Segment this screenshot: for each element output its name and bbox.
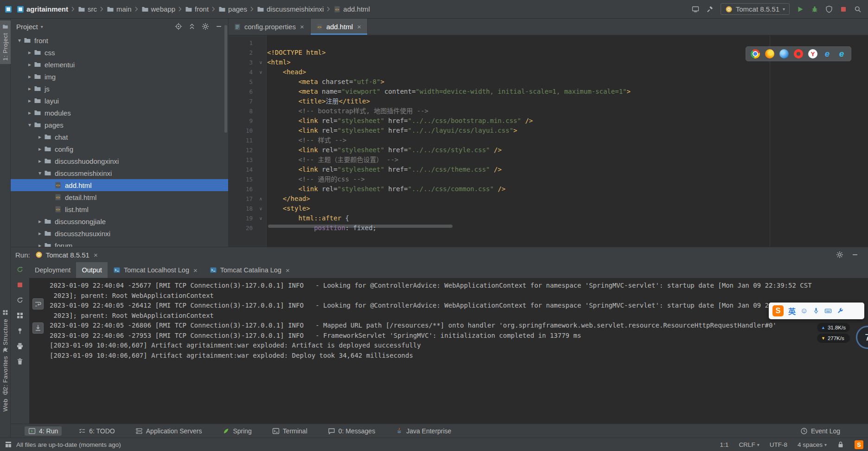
chevron-right-icon[interactable]: ▸ — [26, 73, 34, 80]
collapse-all-icon[interactable] — [188, 23, 196, 30]
tree-item-forum[interactable]: ▸forum — [11, 239, 228, 247]
close-icon[interactable]: × — [93, 251, 99, 258]
breadcrumb-item[interactable]: discussmeishixinxi — [257, 5, 324, 13]
chevron-right-icon[interactable]: ▸ — [36, 218, 44, 225]
lock-icon[interactable] — [837, 441, 844, 448]
toolwindow-button-6: TODO[interactable]: 6: TODO — [75, 426, 119, 436]
preview-button[interactable] — [692, 6, 699, 13]
project-scrollbar[interactable] — [224, 25, 227, 133]
fold-marker-icon[interactable]: ∧ — [255, 196, 267, 201]
edge-browser-icon[interactable]: e — [837, 49, 846, 58]
chevron-right-icon[interactable]: ▸ — [36, 242, 44, 247]
tree-item-img[interactable]: ▸img — [11, 71, 228, 83]
toolwindow-button-Spring[interactable]: Spring — [218, 426, 255, 436]
tree-item-discussmeishixinxi[interactable]: ▾discussmeishixinxi — [11, 167, 228, 179]
close-icon[interactable]: × — [192, 267, 198, 274]
yandex-browser-icon[interactable]: Y — [808, 49, 817, 58]
toolwindow-button-Java Enterprise[interactable]: Java Enterprise — [392, 426, 455, 436]
close-icon[interactable]: × — [285, 267, 291, 274]
tree-item-elementui[interactable]: ▸elementui — [11, 58, 228, 71]
breadcrumb-item[interactable]: webapp — [141, 5, 176, 13]
fold-marker-icon[interactable]: ∨ — [255, 60, 267, 65]
breadcrumb-item[interactable]: src — [78, 5, 97, 13]
tree-item-discusshuodongxinxi[interactable]: ▸discusshuodongxinxi — [11, 155, 228, 167]
chevron-right-icon[interactable]: ▸ — [26, 97, 34, 104]
smiley-icon[interactable]: ☺ — [800, 307, 808, 315]
status-widget-1:1[interactable]: 1:1 — [720, 441, 729, 448]
firefox-browser-icon[interactable] — [765, 49, 774, 58]
project-panel-title[interactable]: Project — [16, 23, 38, 31]
tree-item-js[interactable]: ▸js — [11, 83, 228, 95]
close-icon[interactable]: × — [299, 23, 305, 30]
hide-icon[interactable] — [851, 251, 859, 258]
generic-browser-icon[interactable] — [779, 49, 789, 58]
breadcrumb-item[interactable]: agritainment — [17, 5, 68, 13]
tree-item-discussnongjiale[interactable]: ▸discussnongjiale — [11, 215, 228, 227]
status-widget-CRLF[interactable]: CRLF▾ — [739, 441, 759, 448]
toolwindow-button-4: Run[interactable]: 4: Run — [25, 426, 62, 436]
run-button[interactable] — [797, 6, 804, 13]
breadcrumb-item[interactable]: <>add.html — [333, 5, 370, 13]
build-button[interactable] — [706, 6, 714, 13]
event-log-button[interactable]: Event Log — [800, 427, 840, 435]
wrench-icon[interactable] — [836, 307, 844, 315]
run-window-tab[interactable]: Tomcat 8.5.51 × — [35, 251, 99, 259]
chrome-browser-icon[interactable] — [751, 49, 760, 58]
tree-item-css[interactable]: ▸css — [11, 46, 228, 58]
window-switcher-icon[interactable] — [5, 441, 12, 448]
chevron-down-icon[interactable]: ▾ — [26, 122, 34, 128]
console-output[interactable]: 2023-01-09 22:40:04 -25677 [RMI TCP Conn… — [47, 278, 868, 424]
console-tab-Tomcat Localhost Log[interactable]: Tomcat Localhost Log× — [108, 262, 204, 278]
tree-item-add.html[interactable]: <>add.html — [11, 179, 228, 191]
chevron-right-icon[interactable]: ▸ — [26, 61, 34, 68]
scroll-to-end-button[interactable] — [32, 322, 44, 334]
fold-marker-icon[interactable]: ∨ — [255, 216, 267, 221]
pin-button[interactable] — [14, 325, 26, 336]
soft-wrap-button[interactable] — [32, 298, 44, 309]
ime-tray-icon[interactable]: S — [855, 440, 863, 449]
chevron-right-icon[interactable]: ▸ — [26, 85, 34, 92]
tree-item-chat[interactable]: ▸chat — [11, 131, 228, 143]
toolwindow-button-Terminal[interactable]: Terminal — [268, 426, 311, 436]
console-tab-Output[interactable]: Output — [76, 262, 108, 278]
tree-item-list.html[interactable]: <>list.html — [11, 203, 228, 215]
sogou-logo-icon[interactable]: S — [772, 305, 784, 316]
chevron-down-icon[interactable]: ▾ — [36, 170, 44, 176]
microphone-icon[interactable] — [812, 307, 820, 315]
status-widget-4 spaces[interactable]: 4 spaces▾ — [798, 441, 827, 448]
opera-browser-icon[interactable] — [794, 49, 803, 58]
console-tab-Tomcat Catalina Log[interactable]: Tomcat Catalina Log× — [204, 262, 296, 278]
breadcrumb-item[interactable]: main — [107, 5, 132, 13]
chevron-right-icon[interactable]: ▸ — [36, 146, 44, 152]
toolwindow-button-0: Messages[interactable]: 0: Messages — [324, 426, 379, 436]
tree-item-discusszhusuxinxi[interactable]: ▸discusszhusuxinxi — [11, 227, 228, 239]
debug-button[interactable] — [811, 6, 818, 13]
run-config-select[interactable]: Tomcat 8.5.51▾ — [721, 3, 790, 15]
restart-button[interactable] — [14, 295, 26, 306]
ie-browser-icon[interactable]: e — [823, 49, 832, 58]
chevron-right-icon[interactable]: ▸ — [36, 230, 44, 237]
tree-item-modules[interactable]: ▸modules — [11, 107, 228, 119]
chevron-right-icon[interactable]: ▸ — [26, 110, 34, 116]
tree-item-config[interactable]: ▸config — [11, 143, 228, 155]
editor-tab-add.html[interactable]: <>add.html× — [311, 19, 368, 35]
status-widget-UTF-8[interactable]: UTF-8 — [770, 441, 787, 448]
keyboard-icon[interactable] — [824, 307, 832, 315]
editor-tab-config.properties[interactable]: config.properties× — [229, 19, 311, 35]
console-tab-Deployment[interactable]: Deployment — [29, 262, 76, 278]
chevron-down-icon[interactable]: ▾ — [15, 37, 24, 44]
chevron-right-icon[interactable]: ▸ — [36, 134, 44, 140]
fold-marker-icon[interactable]: ∨ — [255, 206, 267, 211]
stop-button[interactable] — [840, 6, 847, 13]
rerun-button[interactable] — [14, 264, 26, 275]
search-button[interactable] — [854, 6, 862, 13]
tool-stripe-project[interactable]: 1: Project — [0, 20, 11, 64]
settings-icon[interactable] — [836, 251, 843, 258]
toolwindow-button-Application Servers[interactable]: Application Servers — [132, 426, 206, 436]
hide-icon[interactable] — [215, 23, 223, 30]
chevron-down-icon[interactable]: ▾ — [41, 24, 43, 29]
chevron-right-icon[interactable]: ▸ — [26, 49, 34, 56]
chevron-right-icon[interactable]: ▸ — [36, 158, 44, 164]
tree-item-front[interactable]: ▾front — [11, 34, 228, 46]
fold-marker-icon[interactable]: ∨ — [255, 70, 267, 75]
